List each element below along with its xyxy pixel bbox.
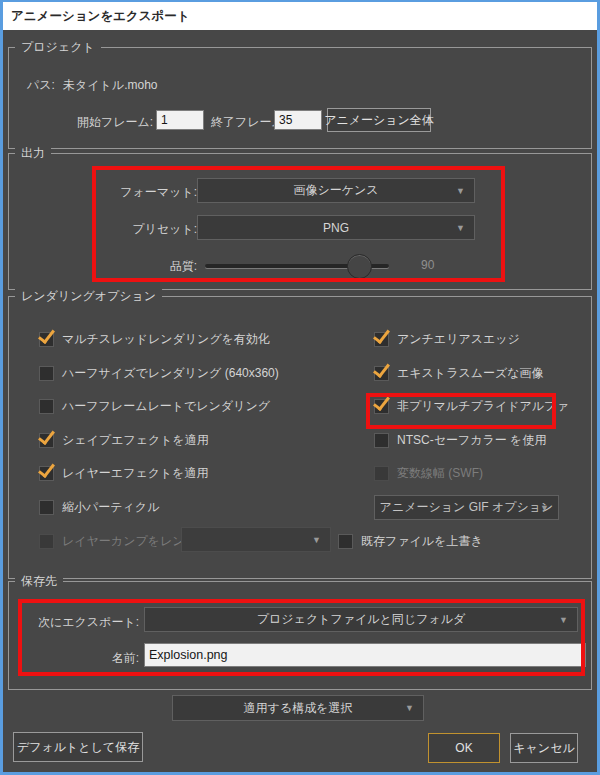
format-dropdown-value: 画像シーケンス	[293, 182, 378, 199]
checkbox-label: レイヤーエフェクトを適用	[62, 465, 209, 482]
checkbox-label: ハーフフレームレートでレンダリング	[62, 398, 270, 415]
path-label: パス:	[27, 77, 55, 94]
dialog-title: アニメーションをエクスポート	[11, 8, 190, 25]
chevron-down-icon: ▼	[456, 186, 465, 196]
checkbox-box[interactable]	[39, 466, 54, 481]
full-animation-button-label: アニメーション全体	[324, 112, 434, 129]
export-to-label: 次にエクスポート:	[29, 614, 139, 631]
ok-button[interactable]: OK	[428, 733, 500, 763]
checkbox-extra-smooth-images[interactable]: エキストラスムーズな画像	[374, 365, 544, 381]
checkbox-label: 非プリマルチプライドアルファ	[397, 398, 569, 415]
title-bar[interactable]: アニメーションをエクスポート	[2, 2, 598, 30]
checkbox-ntsc-safe-colors[interactable]: NTSC-セーフカラー を使用	[374, 432, 546, 448]
destination-group-legend: 保存先	[15, 574, 63, 589]
gif-options-dropdown-label: アニメーション GIF オプション	[380, 499, 554, 516]
cancel-button-label: キャンセル	[513, 740, 574, 757]
checkbox-box[interactable]	[338, 534, 353, 549]
start-frame-value: 1	[161, 113, 168, 127]
quality-slider-knob[interactable]	[347, 254, 372, 279]
preset-dropdown-value: PNG	[323, 221, 349, 235]
checkbox-label: シェイプエフェクトを適用	[62, 432, 209, 449]
name-input[interactable]: Explosion.png	[144, 643, 586, 667]
checkmark-icon	[38, 426, 55, 444]
save-as-default-button[interactable]: デフォルトとして保存	[13, 732, 143, 762]
layer-comp-dropdown[interactable]: ▼	[181, 527, 331, 552]
checkbox-apply-shape-effects[interactable]: シェイプエフェクトを適用	[39, 432, 209, 448]
checkbox-variable-line-widths[interactable]: 変数線幅 (SWF)	[374, 465, 483, 481]
checkbox-overwrite-existing-files[interactable]: 既存ファイルを上書き	[338, 533, 483, 549]
checkbox-antialiased-edges[interactable]: アンチエリアスエッジ	[374, 331, 520, 347]
checkbox-multithreaded-rendering[interactable]: マルチスレッドレンダリングを有効化	[39, 331, 270, 347]
checkmark-icon	[373, 392, 390, 410]
preset-label: プリセット:	[97, 221, 197, 238]
checkbox-non-premultiplied-alpha[interactable]: 非プリマルチプライドアルファ	[374, 398, 569, 414]
end-frame-input[interactable]: 35	[274, 110, 322, 130]
export-to-dropdown[interactable]: プロジェクトファイルと同じフォルダ ▼	[144, 607, 578, 632]
save-as-default-button-label: デフォルトとして保存	[17, 739, 139, 756]
chevron-down-icon: ▼	[312, 535, 321, 545]
checkbox-half-size-rendering[interactable]: ハーフサイズでレンダリング (640x360)	[39, 365, 279, 381]
format-label: フォーマット:	[97, 184, 197, 201]
checkbox-box[interactable]	[39, 366, 54, 381]
checkmark-icon	[373, 359, 390, 377]
checkbox-box[interactable]	[374, 466, 389, 481]
checkbox-box[interactable]	[374, 332, 389, 347]
chevron-down-icon: ▼	[540, 503, 549, 513]
chevron-down-icon: ▼	[405, 703, 414, 713]
quality-label: 品質:	[97, 258, 197, 275]
checkbox-label: エキストラスムーズな画像	[397, 365, 544, 382]
gif-options-dropdown[interactable]: アニメーション GIF オプション ▼	[374, 495, 559, 520]
checkbox-box[interactable]	[39, 500, 54, 515]
output-group-legend: 出力	[15, 146, 51, 161]
ok-button-label: OK	[455, 741, 472, 755]
checkbox-box[interactable]	[39, 399, 54, 414]
chevron-down-icon: ▼	[559, 615, 568, 625]
project-group-legend: プロジェクト	[15, 40, 101, 55]
project-group: プロジェクト パス: 未タイトル.moho 開始フレーム: 1 終了フレーム: …	[8, 47, 592, 149]
full-animation-button[interactable]: アニメーション全体	[327, 108, 431, 132]
checkmark-icon	[373, 325, 390, 343]
name-label: 名前:	[29, 650, 139, 667]
checkmark-icon	[38, 459, 55, 477]
end-frame-value: 35	[279, 113, 292, 127]
checkbox-apply-layer-effects[interactable]: レイヤーエフェクトを適用	[39, 465, 209, 481]
select-config-dropdown-label: 適用する構成を選択	[244, 700, 353, 717]
rendering-options-group: レンダリングオプション マルチスレッドレンダリングを有効化 ハーフサイズでレンダ…	[8, 296, 592, 579]
rendering-options-group-legend: レンダリングオプション	[15, 289, 162, 304]
start-frame-label: 開始フレーム:	[77, 114, 153, 131]
format-dropdown[interactable]: 画像シーケンス ▼	[197, 178, 475, 203]
checkmark-icon	[38, 325, 55, 343]
checkbox-label: 変数線幅 (SWF)	[397, 465, 483, 482]
checkbox-reduced-particles[interactable]: 縮小パーティクル	[39, 499, 159, 515]
cancel-button[interactable]: キャンセル	[510, 733, 578, 763]
checkbox-box[interactable]	[374, 399, 389, 414]
chevron-down-icon: ▼	[456, 223, 465, 233]
quality-value: 90	[421, 258, 434, 272]
destination-group: 保存先 次にエクスポート: プロジェクトファイルと同じフォルダ ▼ 名前: Ex…	[8, 581, 592, 690]
checkbox-box[interactable]	[39, 332, 54, 347]
checkbox-label: NTSC-セーフカラー を使用	[397, 432, 546, 449]
select-config-dropdown[interactable]: 適用する構成を選択 ▼	[172, 695, 424, 721]
checkbox-label: 縮小パーティクル	[62, 499, 159, 516]
export-to-dropdown-value: プロジェクトファイルと同じフォルダ	[257, 611, 466, 628]
checkbox-box[interactable]	[374, 433, 389, 448]
preset-dropdown[interactable]: PNG ▼	[197, 215, 475, 240]
checkbox-label: ハーフサイズでレンダリング (640x360)	[62, 365, 279, 382]
path-value: 未タイトル.moho	[63, 77, 157, 94]
output-group: 出力 フォーマット: 画像シーケンス ▼ プリセット: PNG ▼ 品質: 90	[8, 153, 592, 290]
name-input-value: Explosion.png	[149, 648, 228, 662]
checkbox-label: 既存ファイルを上書き	[361, 533, 483, 550]
checkbox-label: マルチスレッドレンダリングを有効化	[62, 331, 270, 348]
checkbox-box[interactable]	[39, 433, 54, 448]
checkbox-label: アンチエリアスエッジ	[397, 331, 520, 348]
export-animation-dialog: アニメーションをエクスポート プロジェクト パス: 未タイトル.moho 開始フ…	[0, 0, 600, 775]
start-frame-input[interactable]: 1	[156, 110, 204, 130]
checkbox-half-framerate-rendering[interactable]: ハーフフレームレートでレンダリング	[39, 398, 270, 414]
checkbox-box[interactable]	[39, 534, 54, 549]
checkbox-box[interactable]	[374, 366, 389, 381]
